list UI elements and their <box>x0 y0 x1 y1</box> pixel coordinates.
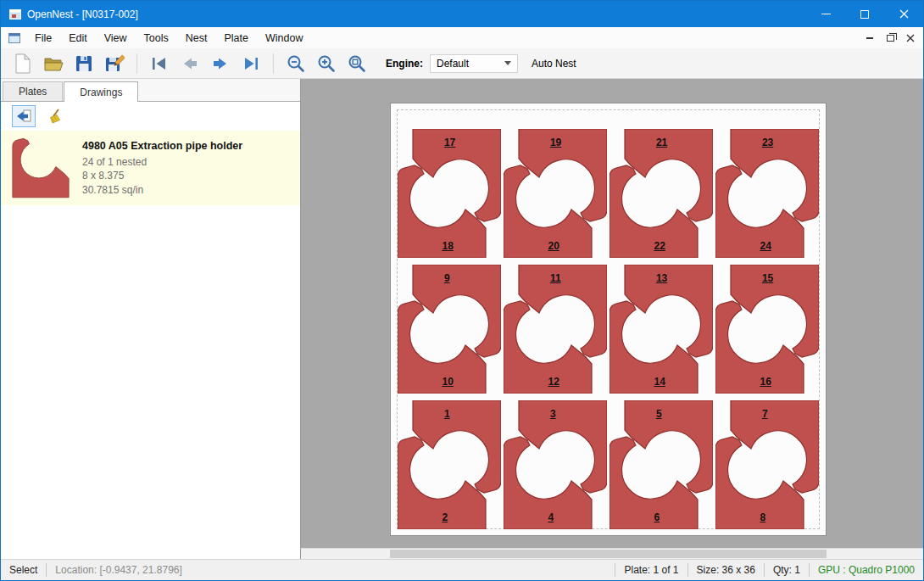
minimize-icon <box>821 14 831 14</box>
save-as-button[interactable] <box>99 50 130 77</box>
part-number: 16 <box>760 376 771 388</box>
tab-drawings[interactable]: Drawings <box>64 81 138 102</box>
panel-tabs: Plates Drawings <box>1 79 300 102</box>
app-icon <box>8 8 22 21</box>
zoom-fit-icon <box>347 53 367 74</box>
part-number: 10 <box>442 376 453 388</box>
part-number: 24 <box>760 240 771 252</box>
document-icon <box>8 31 21 45</box>
status-size: Size: 36 x 36 <box>688 564 764 576</box>
part-number: 23 <box>762 137 773 148</box>
menu-edit[interactable]: Edit <box>60 29 96 47</box>
new-button[interactable] <box>8 50 38 77</box>
mdi-restore-button[interactable] <box>881 31 899 46</box>
zoom-in-icon <box>316 53 337 74</box>
nest-pair[interactable]: 1 2 <box>398 400 501 529</box>
part-nested-count: 24 of 1 nested <box>82 155 242 170</box>
nest-pair[interactable]: 3 4 <box>504 400 607 529</box>
save-button[interactable] <box>69 50 99 77</box>
part-number: 7 <box>762 408 768 420</box>
part-number: 4 <box>548 511 554 523</box>
status-mode: Select <box>1 564 46 576</box>
plate[interactable]: 17 18 19 20 <box>390 103 827 536</box>
part-number: 12 <box>548 376 559 388</box>
menu-bar: File Edit View Tools Nest Plate Window <box>1 27 923 48</box>
nest-pair[interactable]: 9 10 <box>398 265 501 394</box>
zoom-fit-button[interactable] <box>342 50 372 77</box>
clean-button[interactable] <box>43 105 67 127</box>
nest-canvas[interactable]: 17 18 19 20 <box>301 79 923 559</box>
menu-view[interactable]: View <box>96 29 136 47</box>
open-button[interactable] <box>38 50 69 77</box>
go-last-icon <box>241 53 261 74</box>
app-window: OpenNest - [N0317-002] File Edit View To… <box>0 0 924 581</box>
status-location: Location: [-0.9437, 21.8796] <box>47 564 190 576</box>
menu-file[interactable]: File <box>26 29 60 47</box>
close-button[interactable] <box>884 1 923 27</box>
part-number: 5 <box>656 408 662 420</box>
part-number: 14 <box>654 376 665 388</box>
status-bar: Select Location: [-0.9437, 21.8796] Plat… <box>1 559 923 580</box>
part-number: 2 <box>442 511 448 523</box>
nest-pair[interactable]: 15 16 <box>715 265 819 394</box>
part-number: 1 <box>444 408 450 420</box>
engine-select[interactable]: Default <box>430 54 518 73</box>
close-icon <box>899 9 909 19</box>
toolbar-separator <box>273 53 274 74</box>
part-area: 30.7815 sq/in <box>82 183 242 198</box>
close-icon <box>906 34 915 42</box>
zoom-out-button[interactable] <box>281 50 311 77</box>
save-edit-icon <box>104 53 125 74</box>
part-number: 22 <box>654 240 665 252</box>
open-folder-icon <box>42 53 64 74</box>
menu-window[interactable]: Window <box>257 29 311 47</box>
zoom-in-button[interactable] <box>311 50 342 77</box>
go-first-icon <box>149 53 170 74</box>
toolbar-separator <box>136 53 137 74</box>
menu-plate[interactable]: Plate <box>215 29 257 47</box>
menu-tools[interactable]: Tools <box>136 29 177 47</box>
nest-pair[interactable]: 7 8 <box>715 400 819 529</box>
nest-pair[interactable]: 11 12 <box>504 265 607 394</box>
first-plate-button[interactable] <box>144 50 175 77</box>
drawing-list-empty-area[interactable] <box>1 205 300 559</box>
mdi-minimize-button[interactable] <box>860 31 879 46</box>
restore-icon <box>887 35 894 42</box>
nest-pair[interactable]: 17 18 <box>398 129 501 258</box>
previous-plate-button[interactable] <box>175 50 205 77</box>
menu-nest[interactable]: Nest <box>177 29 216 47</box>
scrollbar-thumb[interactable] <box>390 550 827 558</box>
part-number: 9 <box>444 272 450 284</box>
part-size: 8 x 8.375 <box>82 169 242 183</box>
chevron-down-icon <box>504 61 511 65</box>
nest-pair[interactable]: 23 24 <box>715 129 819 258</box>
minimize-button[interactable] <box>806 1 845 27</box>
status-plate: Plate: 1 of 1 <box>615 564 687 576</box>
window-title: OpenNest - [N0317-002] <box>27 8 138 20</box>
next-plate-button[interactable] <box>205 50 236 77</box>
maximize-icon <box>860 10 869 19</box>
go-next-icon <box>210 53 231 74</box>
part-number: 15 <box>762 272 773 284</box>
broom-icon <box>47 108 64 125</box>
arrow-left-icon <box>15 108 32 125</box>
part-number: 11 <box>550 272 561 284</box>
auto-nest-button[interactable]: Auto Nest <box>532 58 576 70</box>
status-gpu: GPU : Quadro P1000 <box>810 564 923 576</box>
nest-pair[interactable]: 13 14 <box>610 265 713 394</box>
last-plate-button[interactable] <box>236 50 266 77</box>
tab-plates[interactable]: Plates <box>3 81 63 101</box>
engine-value: Default <box>437 58 469 70</box>
nest-layout: 17 18 19 20 <box>398 129 819 529</box>
drawing-list-item[interactable]: 4980 A05 Extraction pipe holder 24 of 1 … <box>1 131 300 205</box>
nest-pair[interactable]: 5 6 <box>610 400 713 529</box>
horizontal-scrollbar[interactable] <box>301 548 923 559</box>
maximize-button[interactable] <box>845 1 884 27</box>
part-number: 20 <box>548 240 559 252</box>
go-previous-icon <box>180 53 200 74</box>
part-number: 6 <box>654 511 660 523</box>
mdi-close-button[interactable] <box>901 31 920 46</box>
nest-pair[interactable]: 21 22 <box>610 129 713 258</box>
nest-pair[interactable]: 19 20 <box>504 129 607 258</box>
send-back-button[interactable] <box>12 105 36 127</box>
